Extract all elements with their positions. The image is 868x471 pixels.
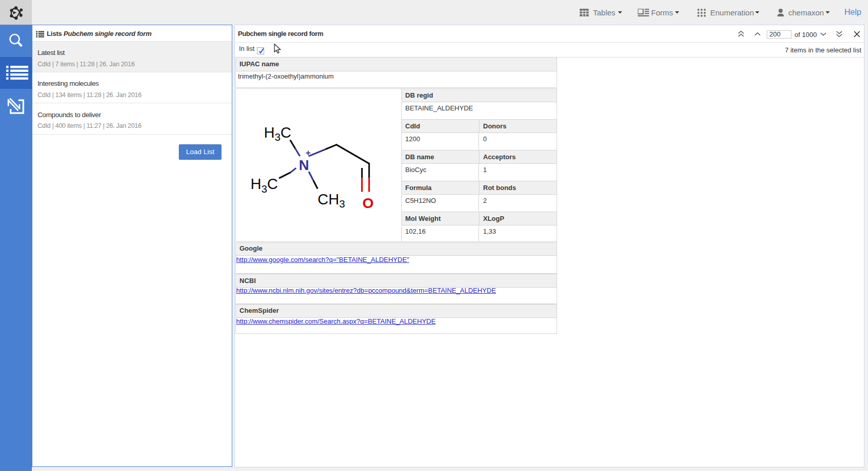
svg-text:N: N — [299, 157, 309, 173]
svg-text:H3C: H3C — [264, 124, 291, 143]
svg-text:CH3: CH3 — [318, 191, 345, 210]
svg-text:H3C: H3C — [251, 176, 278, 195]
svg-text:O: O — [362, 195, 374, 211]
